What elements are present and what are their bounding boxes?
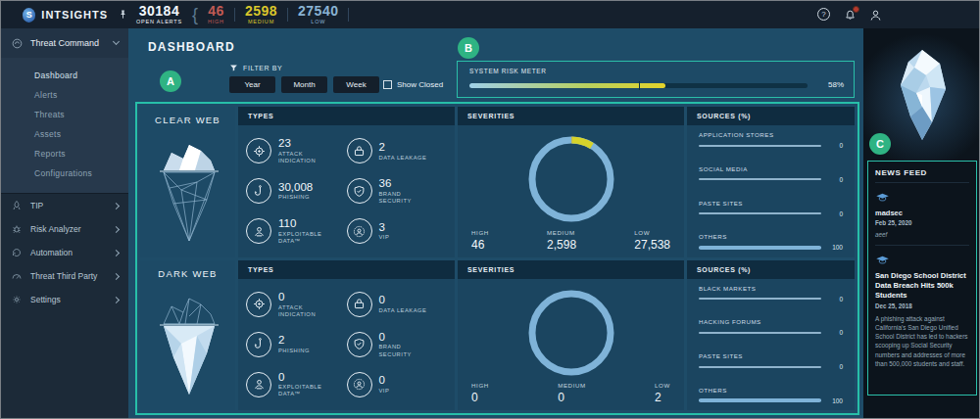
- annotation-badge-c: C: [869, 133, 891, 155]
- filter-month-button[interactable]: Month: [281, 76, 327, 93]
- chevron-right-icon: [113, 225, 120, 232]
- news-body: A phishing attack against California's S…: [875, 314, 969, 369]
- type-attack-indication: 23ATTACK INDICATION: [246, 131, 347, 171]
- sidebar-section: TIP Risk Analyzer Automation Threat Thir…: [1, 193, 128, 311]
- sources-header: SOURCES (%): [687, 107, 855, 125]
- news-headline: San Diego School District Data Breach Hi…: [875, 271, 969, 301]
- sidebar-item-reports[interactable]: Reports: [1, 144, 128, 163]
- page-title: DASHBOARD: [148, 40, 235, 54]
- notifications-bell-icon[interactable]: [843, 8, 858, 23]
- system-risk-meter: SYSTEM RISK METER 58%: [457, 61, 855, 98]
- dark-web-iceberg-icon: [150, 285, 226, 402]
- severities-donut-chart: [524, 286, 618, 380]
- right-panel: C NEWS FEED madsec Feb 25, 2020 aeef San…: [863, 28, 980, 419]
- news-item[interactable]: San Diego School District Data Breach Hi…: [875, 246, 969, 368]
- clear-web-iceberg-icon: [150, 131, 226, 249]
- source-application-stores: APPLICATION STORES 0: [699, 131, 843, 149]
- crystal-iceberg-icon: [887, 46, 957, 144]
- clear-web-sources-panel: SOURCES (%) APPLICATION STORES 0 SOCIAL …: [687, 107, 855, 257]
- sidebar-item-settings[interactable]: Settings: [1, 288, 128, 311]
- source-social-media: SOCIAL MEDIA 0: [699, 165, 843, 183]
- source-others: OTHERS 100: [699, 233, 843, 251]
- show-closed-checkbox[interactable]: [383, 80, 392, 89]
- type-vip: 0VIP: [347, 364, 448, 404]
- severity-medium: MEDIUM0: [558, 382, 586, 404]
- exploitable-data-icon: [246, 218, 271, 244]
- severities-donut-chart: [524, 132, 618, 226]
- clear-web-label: CLEAR WEB: [155, 115, 220, 125]
- type-vip: 3VIP: [347, 211, 448, 252]
- topbar-actions: ?: [817, 1, 883, 28]
- top-bar: S INTSIGHTS 30184 OPEN ALERTS { 46 HIGH …: [1, 1, 980, 28]
- sidebar-item-automation[interactable]: Automation: [1, 241, 128, 264]
- chevron-down-icon: [113, 38, 120, 45]
- dark-web-label: DARK WEB: [158, 268, 217, 279]
- type-brand-security: 0BRAND SECURITY: [347, 324, 448, 364]
- chevron-right-icon: [113, 249, 120, 256]
- low-stat: 27540 LOW: [298, 4, 338, 25]
- news-feed-title: NEWS FEED: [875, 168, 969, 183]
- main-content: DASHBOARD A FILTER BY Year Month Week Sh…: [128, 28, 863, 419]
- show-closed-toggle[interactable]: Show Closed: [383, 80, 443, 89]
- filter-week-button[interactable]: Week: [333, 76, 379, 93]
- app-root: S INTSIGHTS 30184 OPEN ALERTS { 46 HIGH …: [0, 0, 980, 419]
- dark-web-sources-panel: SOURCES (%) BLACK MARKETS 0 HACKING FORU…: [687, 260, 855, 411]
- severity-medium: MEDIUM2,598: [547, 229, 576, 252]
- types-body: 23ATTACK INDICATION 2DATA LEAKAGE 30,008…: [238, 125, 455, 257]
- chevron-right-icon: [113, 272, 120, 279]
- dark-web-row: DARK WEB: [140, 260, 855, 411]
- dark-web-types-panel: TYPES 0ATTACK INDICATION 0DATA LEAKAGE: [238, 260, 455, 411]
- pin-icon[interactable]: [118, 9, 128, 22]
- open-alerts-stat: 30184 OPEN ALERTS: [136, 4, 182, 25]
- sidebar-item-tip[interactable]: TIP: [1, 194, 128, 217]
- sidebar-item-threat-command[interactable]: Threat Command: [1, 28, 128, 58]
- sidebar-item-assets[interactable]: Assets: [1, 124, 128, 144]
- types-header: TYPES: [238, 107, 455, 125]
- type-phishing: 30,008PHISHING: [246, 171, 347, 211]
- filter-year-button[interactable]: Year: [229, 76, 275, 93]
- alert-stats: 30184 OPEN ALERTS { 46 HIGH 2598 MEDIUM …: [136, 4, 349, 25]
- help-icon[interactable]: ?: [817, 8, 832, 23]
- filter-buttons: Year Month Week: [229, 76, 379, 93]
- sources-body: APPLICATION STORES 0 SOCIAL MEDIA 0 PAST…: [687, 125, 855, 257]
- shield-icon: [347, 178, 372, 204]
- annotation-badge-b: B: [458, 37, 479, 59]
- severity-totals: HIGH46 MEDIUM2,598 LOW27,538: [458, 229, 684, 252]
- sidebar-item-configurations[interactable]: Configurations: [1, 163, 128, 183]
- news-body: aeef: [875, 231, 969, 238]
- exploitable-data-icon: [246, 372, 271, 397]
- vip-icon: [347, 372, 372, 397]
- source-paste-sites: PASTE SITES 0: [699, 352, 843, 370]
- sidebar-item-dashboard[interactable]: Dashboard: [1, 66, 128, 85]
- rocket-icon: [11, 200, 23, 211]
- vip-icon: [347, 218, 372, 244]
- filter-by: FILTER BY: [229, 64, 282, 72]
- brand: S INTSIGHTS: [1, 8, 128, 23]
- clear-web-types-panel: TYPES 23ATTACK INDICATION 2DATA LEAKAGE: [238, 107, 455, 257]
- news-item[interactable]: madsec Feb 25, 2020 aeef: [875, 183, 969, 246]
- threat-command-icon: [11, 37, 24, 50]
- dark-web-severities-panel: SEVERITIES HIGH0 MEDIUM0 LO: [458, 260, 684, 411]
- gauge-icon: [11, 270, 23, 282]
- sidebar-item-alerts[interactable]: Alerts: [1, 85, 128, 105]
- source-others: OTHERS 100: [699, 387, 843, 404]
- severities-body: HIGH46 MEDIUM2,598 LOW27,538: [458, 125, 684, 257]
- risk-meter-fill: [469, 83, 665, 88]
- type-phishing: 2PHISHING: [246, 324, 347, 364]
- sidebar-item-threat-third-party[interactable]: Threat Third Party: [1, 264, 128, 288]
- divider: [287, 8, 288, 22]
- sidebar-item-risk-analyzer[interactable]: Risk Analyzer: [1, 217, 128, 241]
- news-date: Feb 25, 2020: [875, 219, 969, 226]
- types-header: TYPES: [238, 260, 455, 279]
- automation-icon: [11, 247, 23, 258]
- type-data-leakage: 2DATA LEAKAGE: [347, 131, 448, 171]
- severities-header: SEVERITIES: [458, 260, 684, 279]
- types-body: 0ATTACK INDICATION 0DATA LEAKAGE 2PHISHI…: [238, 279, 455, 411]
- graduation-cap-icon: [875, 192, 890, 203]
- user-icon[interactable]: [868, 8, 883, 23]
- phishing-hook-icon: [246, 178, 271, 204]
- type-exploitable-data: 110EXPLOITABLE DATA™: [246, 211, 347, 252]
- medium-stat: 2598 MEDIUM: [245, 4, 277, 25]
- sidebar-item-threats[interactable]: Threats: [1, 105, 128, 124]
- data-leakage-icon: [347, 138, 372, 163]
